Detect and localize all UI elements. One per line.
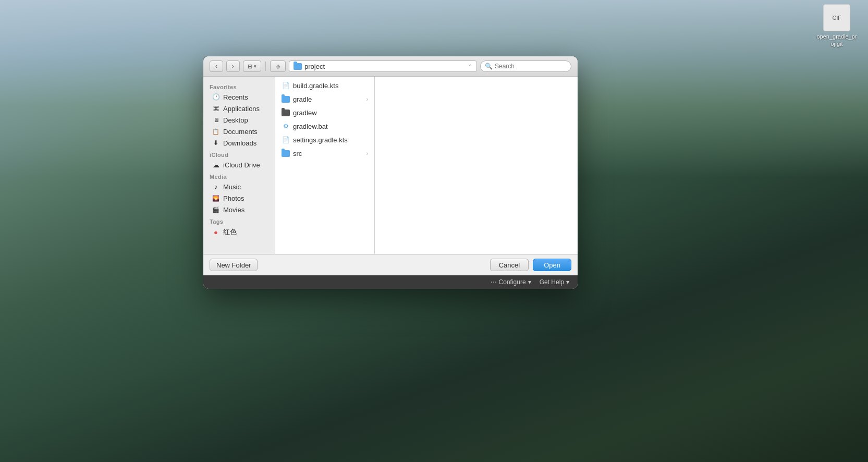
- bottom-bar: New Folder Cancel Open: [203, 254, 578, 275]
- search-icon: 🔍: [485, 63, 493, 70]
- view-chevron-icon: ▾: [254, 64, 256, 69]
- file-item-build-gradle-kts[interactable]: build.gradle.kts: [275, 79, 374, 92]
- icloud-icon: [212, 161, 220, 169]
- view-grid-icon: ⊞: [248, 63, 252, 70]
- sidebar-item-desktop[interactable]: Desktop: [205, 114, 273, 126]
- recents-icon: [212, 93, 220, 101]
- content-area: Favorites Recents Applications Desktop D…: [203, 77, 578, 254]
- music-icon: [212, 183, 220, 191]
- location-chevron-icon: ⌃: [468, 64, 472, 69]
- favorites-label: Favorites: [203, 81, 275, 91]
- location-folder-icon: [294, 63, 302, 70]
- back-button[interactable]: ‹: [210, 60, 223, 72]
- toolbar-divider: [265, 62, 266, 71]
- sidebar-item-documents[interactable]: Documents: [205, 126, 273, 137]
- tags-label: Tags: [203, 215, 275, 226]
- get-help-chevron-icon: ▾: [566, 278, 569, 286]
- desktop-icon-label: open_gradle_proj.git: [816, 33, 858, 48]
- file-open-dialog: ‹ › ⊞ ▾ ⎆ project ⌃ 🔍 Favorites: [203, 56, 578, 289]
- file-doc-icon: [282, 81, 290, 90]
- bottom-actions: Cancel Open: [490, 259, 571, 271]
- preview-pane: [374, 77, 578, 254]
- cancel-button[interactable]: Cancel: [490, 259, 529, 271]
- tag-red-icon: [212, 228, 220, 236]
- desktop-icon[interactable]: GIF open_gradle_proj.git: [816, 4, 858, 48]
- icloud-label: iCloud: [203, 149, 275, 159]
- chevron-right-icon-src: ›: [366, 151, 368, 156]
- desktop-icon-sidebar: [212, 116, 220, 124]
- folder-blue-icon-src: [282, 150, 290, 157]
- configure-dots-icon: ⋯: [491, 278, 497, 286]
- sidebar-item-tag-red[interactable]: 红色: [205, 226, 273, 238]
- movies-icon: [212, 205, 220, 214]
- sidebar-item-recents[interactable]: Recents: [205, 91, 273, 103]
- folder-dark-icon: [282, 110, 290, 116]
- configure-button[interactable]: ⋯ Configure ▾: [491, 278, 531, 286]
- location-bar[interactable]: project ⌃: [289, 60, 477, 72]
- sidebar-item-applications[interactable]: Applications: [205, 103, 273, 114]
- file-item-gradlew[interactable]: gradlew: [275, 106, 374, 119]
- media-label: Media: [203, 171, 275, 181]
- file-item-gradle[interactable]: gradle ›: [275, 92, 374, 106]
- photos-icon: [212, 194, 220, 202]
- file-bat-icon: ⚙: [282, 122, 290, 130]
- sidebar-item-icloud-drive[interactable]: iCloud Drive: [205, 159, 273, 171]
- sidebar: Favorites Recents Applications Desktop D…: [203, 77, 275, 254]
- forward-button[interactable]: ›: [226, 60, 240, 72]
- file-item-gradlew-bat[interactable]: ⚙ gradlew.bat: [275, 119, 374, 133]
- view-mode-button[interactable]: ⊞ ▾: [243, 60, 261, 72]
- downloads-icon: [212, 139, 220, 147]
- desktop-icon-image: GIF: [823, 4, 850, 31]
- get-help-button[interactable]: Get Help ▾: [540, 278, 569, 286]
- sidebar-item-photos[interactable]: Photos: [205, 192, 273, 204]
- applications-icon: [212, 104, 220, 113]
- sidebar-item-movies[interactable]: Movies: [205, 204, 273, 215]
- documents-icon: [212, 127, 220, 136]
- action-button[interactable]: ⎆: [270, 60, 286, 72]
- file-item-settings-gradle-kts[interactable]: settings.gradle.kts: [275, 133, 374, 147]
- action-icon: ⎆: [276, 62, 280, 70]
- file-list: build.gradle.kts gradle › gradlew ⚙ grad…: [275, 77, 374, 254]
- sidebar-item-downloads[interactable]: Downloads: [205, 137, 273, 149]
- open-button[interactable]: Open: [533, 259, 571, 271]
- file-item-src[interactable]: src ›: [275, 147, 374, 160]
- chevron-right-icon: ›: [366, 96, 368, 102]
- configure-chevron-icon: ▾: [528, 278, 531, 286]
- configure-bar: ⋯ Configure ▾ Get Help ▾: [203, 275, 578, 289]
- file-doc-icon-2: [282, 136, 290, 144]
- folder-blue-icon: [282, 96, 290, 103]
- new-folder-button[interactable]: New Folder: [210, 259, 258, 271]
- search-input[interactable]: [495, 63, 567, 70]
- search-bar[interactable]: 🔍: [480, 60, 571, 72]
- sidebar-item-music[interactable]: Music: [205, 181, 273, 192]
- dialog-toolbar: ‹ › ⊞ ▾ ⎆ project ⌃ 🔍: [203, 56, 578, 77]
